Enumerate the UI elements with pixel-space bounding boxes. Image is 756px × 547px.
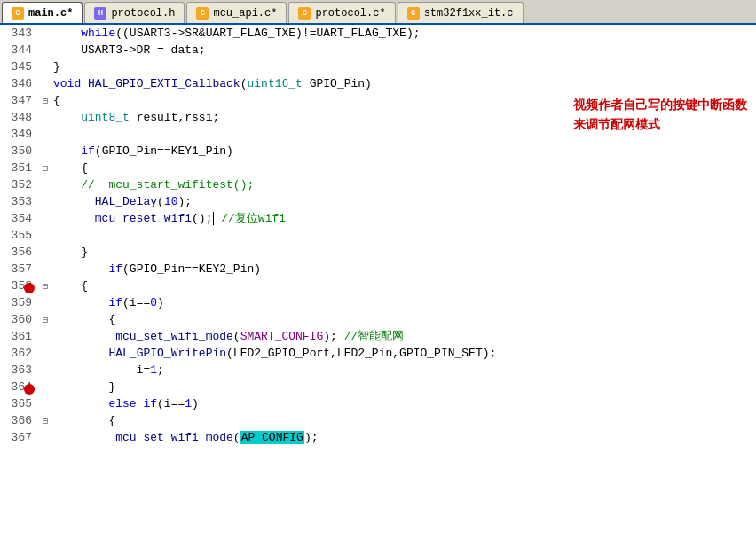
code-text: uint8_t result,rssi; <box>53 109 219 126</box>
line-number: 352 <box>0 176 37 193</box>
gutter-cell: ⊟ <box>37 277 53 294</box>
line-number: 354 <box>0 210 37 227</box>
gutter-cell <box>37 176 53 193</box>
gutter-cell: ⊟ <box>37 412 53 429</box>
code-text: mcu_set_wifi_mode(SMART_CONFIG); //智能配网 <box>53 328 404 345</box>
tab-label-mcu-api: mcu_api.c* <box>213 7 277 20</box>
code-text: if(GPIO_Pin==KEY2_Pin) <box>53 261 261 277</box>
table-row: 365 else if(i==1) <box>0 395 756 412</box>
line-number: 363 <box>0 362 37 379</box>
tab-label-protocol-h: protocol.h <box>111 7 175 20</box>
table-row: 351 ⊟ { <box>0 160 756 176</box>
line-number: 356 <box>0 244 37 261</box>
table-row: 356 } <box>0 244 756 261</box>
gutter-cell <box>37 42 53 59</box>
code-text: } <box>53 244 88 261</box>
breakpoint-indicator <box>24 384 35 395</box>
fold-icon[interactable]: ⊟ <box>43 316 48 325</box>
line-number: 365 <box>0 395 37 412</box>
table-row: 350 if(GPIO_Pin==KEY1_Pin) <box>0 143 756 160</box>
line-number: 346 <box>0 75 37 92</box>
gutter-cell <box>37 294 53 311</box>
code-text: while((USART3->SR&UART_FLAG_TXE)!=UART_F… <box>53 25 421 42</box>
line-number: 353 <box>0 193 37 210</box>
gutter-cell <box>37 75 53 92</box>
table-row: 357 if(GPIO_Pin==KEY2_Pin) <box>0 261 756 277</box>
fold-icon[interactable]: ⊟ <box>43 97 48 106</box>
tab-icon-protocol-c: C <box>298 7 311 20</box>
tab-icon-mcu-api: C <box>196 7 209 20</box>
code-text: HAL_GPIO_WritePin(LED2_GPIO_Port,LED2_Pi… <box>53 345 496 362</box>
tab-label-main: main.c* <box>28 7 73 20</box>
line-number: 344 <box>0 42 37 59</box>
highlighted-text: AP_CONFIG <box>240 431 304 444</box>
line-number: 362 <box>0 345 37 362</box>
gutter-cell <box>37 59 53 75</box>
text-cursor <box>213 212 214 225</box>
code-text: } <box>53 379 115 395</box>
code-text: if(GPIO_Pin==KEY1_Pin) <box>53 143 233 160</box>
gutter-cell <box>37 328 53 345</box>
tab-bar: C main.c* H protocol.h C mcu_api.c* C pr… <box>0 0 756 25</box>
code-text: mcu_set_wifi_mode(AP_CONFIG); <box>53 429 318 446</box>
gutter-cell <box>37 25 53 42</box>
gutter-cell <box>37 261 53 277</box>
table-row: 343 while((USART3->SR&UART_FLAG_TXE)!=UA… <box>0 25 756 42</box>
line-number: 345 <box>0 59 37 75</box>
table-row: 364 } <box>0 379 756 395</box>
table-row: 352 // mcu_start_wifitest(); <box>0 176 756 193</box>
table-row: 347 ⊟ { <box>0 92 756 109</box>
table-row: 363 i=1; <box>0 362 756 379</box>
code-text: void HAL_GPIO_EXTI_Callback(uint16_t GPI… <box>53 75 372 92</box>
editor-container: C main.c* H protocol.h C mcu_api.c* C pr… <box>0 0 756 547</box>
breakpoint-indicator <box>24 283 35 293</box>
line-number: 357 <box>0 261 37 277</box>
code-text <box>53 227 60 244</box>
line-number: 366 <box>0 412 37 429</box>
gutter-cell <box>37 210 53 227</box>
tab-main-c[interactable]: C main.c* <box>2 2 83 23</box>
tab-protocol-c[interactable]: C protocol.c* <box>288 2 395 23</box>
line-number: 367 <box>0 429 37 446</box>
table-row: 367 mcu_set_wifi_mode(AP_CONFIG); <box>0 429 756 446</box>
fold-icon[interactable]: ⊟ <box>43 164 48 174</box>
table-row: 359 if(i==0) <box>0 294 756 311</box>
tab-stm32[interactable]: C stm32f1xx_it.c <box>398 2 524 23</box>
line-number: 360 <box>0 311 37 328</box>
gutter-cell <box>37 362 53 379</box>
code-text: { <box>53 160 88 176</box>
line-number: 361 <box>0 328 37 345</box>
code-text: if(i==0) <box>53 294 164 311</box>
line-number: 343 <box>0 25 37 42</box>
fold-icon[interactable]: ⊟ <box>43 282 48 292</box>
line-number: 347 <box>0 92 37 109</box>
gutter-cell <box>37 126 53 143</box>
gutter-cell <box>37 379 53 395</box>
gutter-cell <box>37 109 53 126</box>
tab-mcu-api[interactable]: C mcu_api.c* <box>186 2 287 23</box>
table-row: 358 ⊟ { <box>0 277 756 294</box>
tab-icon-stm32: C <box>407 7 420 20</box>
table-row: 360 ⊟ { <box>0 311 756 328</box>
gutter-cell: ⊟ <box>37 311 53 328</box>
table-row: 362 HAL_GPIO_WritePin(LED2_GPIO_Port,LED… <box>0 345 756 362</box>
code-text: mcu_reset_wifi(); //复位wifi <box>53 210 286 227</box>
code-text: { <box>53 277 88 294</box>
code-text: { <box>53 412 115 429</box>
gutter-cell <box>37 395 53 412</box>
tab-label-protocol-c: protocol.c* <box>315 7 385 20</box>
table-row: 349 <box>0 126 756 143</box>
line-number: 359 <box>0 294 37 311</box>
table-row: 344 USART3->DR = data; <box>0 42 756 59</box>
code-text: { <box>53 311 115 328</box>
table-row: 366 ⊟ { <box>0 412 756 429</box>
line-number: 355 <box>0 227 37 244</box>
line-number: 350 <box>0 143 37 160</box>
gutter-cell <box>37 227 53 244</box>
tab-protocol-h[interactable]: H protocol.h <box>84 2 185 23</box>
fold-icon[interactable]: ⊟ <box>43 417 48 426</box>
code-text: { <box>53 92 60 109</box>
gutter-cell <box>37 143 53 160</box>
tab-icon-main: C <box>12 7 24 20</box>
code-text: else if(i==1) <box>53 395 199 412</box>
